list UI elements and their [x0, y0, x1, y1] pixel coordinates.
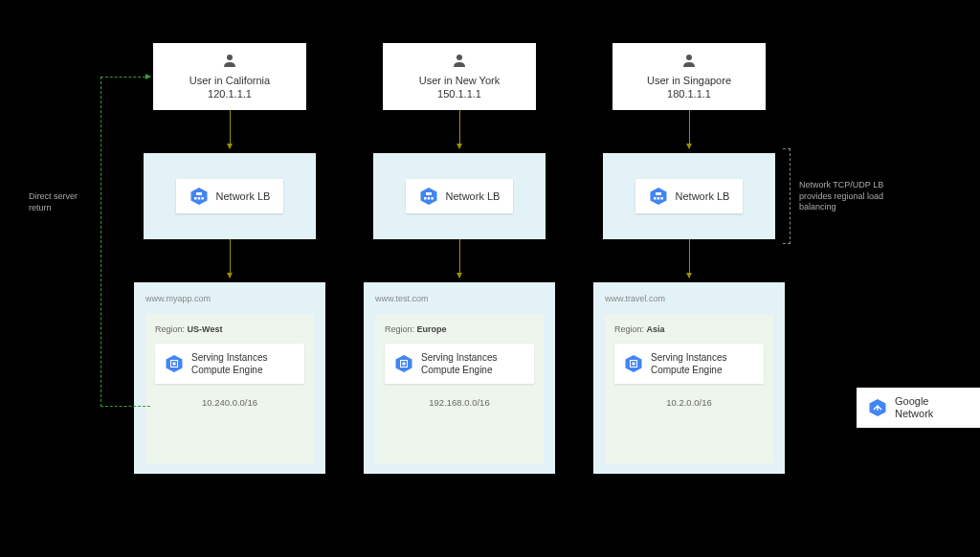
compute-engine-icon: [394, 354, 413, 373]
domain-label: www.myapp.com: [145, 294, 314, 303]
lb-box-singapore: Network LB: [603, 153, 775, 239]
lb-label: Network LB: [676, 190, 730, 202]
user-box-newyork: User in New York 150.1.1.1: [383, 43, 536, 110]
domain-box-test: www.test.com Region: Europe Serving Inst…: [364, 282, 555, 474]
user-icon: [222, 53, 237, 68]
direct-return-line: [100, 77, 150, 407]
domain-box-myapp: www.myapp.com Region: US-West Serving In…: [134, 282, 325, 474]
arrow-user-to-lb: [689, 110, 690, 148]
lb-label: Network LB: [446, 190, 501, 202]
load-balancer-icon: [419, 187, 438, 206]
arrow-user-to-lb: [459, 110, 460, 148]
load-balancer-icon: [189, 187, 209, 206]
user-box-california: User in California 120.1.1.1: [153, 43, 306, 110]
network-icon: [868, 398, 887, 417]
annotation-direct-return: Direct server return: [29, 191, 96, 213]
region-box: Region: Asia Serving Instances Compute E…: [605, 315, 773, 463]
user-label: User in New York: [419, 74, 500, 87]
region-label: Region: US-West: [155, 324, 304, 334]
cidr-label: 10.240.0.0/16: [155, 391, 304, 413]
arrow-lb-to-domain: [459, 239, 460, 278]
compute-engine-icon: [624, 354, 643, 373]
domain-label: www.test.com: [375, 294, 544, 303]
user-icon: [681, 53, 697, 68]
user-ip: 180.1.1.1: [667, 87, 711, 100]
user-ip: 150.1.1.1: [437, 87, 481, 100]
lb-box-newyork: Network LB: [373, 153, 546, 239]
annotation-lb-description: Network TCP/UDP LB provides regional loa…: [799, 180, 895, 213]
compute-engine-box: Serving Instances Compute Engine: [385, 344, 534, 384]
arrow-user-to-lb: [230, 110, 231, 148]
legend-google-network: Google Network: [857, 388, 980, 428]
load-balancer-icon: [649, 187, 668, 206]
arrow-lb-to-domain: [230, 239, 231, 278]
region-label: Region: Europe: [385, 324, 534, 334]
ce-text: Serving Instances Compute Engine: [651, 351, 727, 376]
user-label: User in California: [189, 74, 270, 87]
arrow-lb-to-domain: [689, 239, 690, 278]
ce-text: Serving Instances Compute Engine: [191, 351, 268, 376]
ce-text: Serving Instances Compute Engine: [421, 351, 498, 376]
cidr-label: 192.168.0.0/16: [385, 391, 534, 413]
region-label: Region: Asia: [614, 324, 764, 334]
region-box: Region: Europe Serving Instances Compute…: [375, 315, 544, 463]
user-icon: [452, 53, 467, 68]
cidr-label: 10.2.0.0/16: [614, 391, 764, 413]
bracket-right: [783, 148, 791, 244]
compute-engine-box: Serving Instances Compute Engine: [155, 344, 304, 384]
lb-inner: Network LB: [176, 179, 284, 213]
compute-engine-icon: [165, 354, 184, 373]
lb-inner: Network LB: [635, 179, 744, 213]
user-box-singapore: User in Singapore 180.1.1.1: [612, 43, 766, 110]
user-label: User in Singapore: [647, 74, 731, 87]
legend-label: Google Network: [895, 395, 969, 420]
region-box: Region: US-West Serving Instances Comput…: [145, 315, 314, 463]
domain-label: www.travel.com: [605, 294, 773, 303]
compute-engine-box: Serving Instances Compute Engine: [614, 344, 764, 384]
lb-inner: Network LB: [406, 179, 514, 213]
domain-box-travel: www.travel.com Region: Asia Serving Inst…: [593, 282, 785, 474]
lb-box-california: Network LB: [144, 153, 316, 239]
lb-label: Network LB: [216, 190, 271, 202]
user-ip: 120.1.1.1: [208, 87, 252, 100]
